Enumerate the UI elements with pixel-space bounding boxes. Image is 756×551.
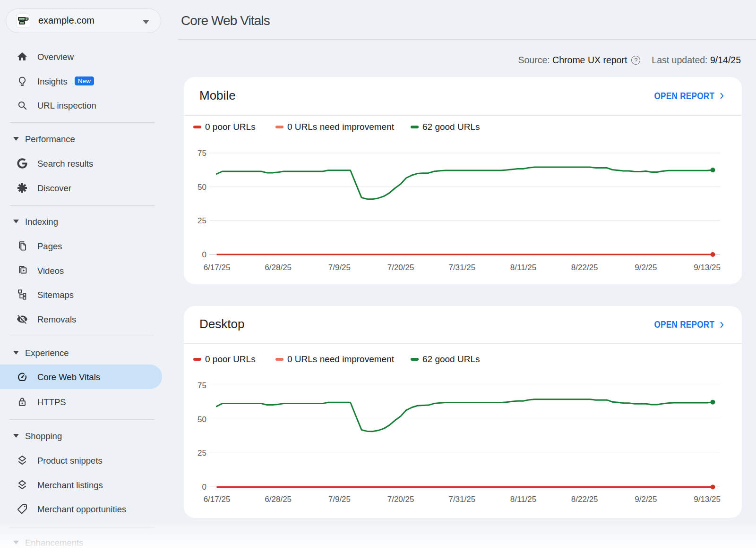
svg-text:9/13/25: 9/13/25 (694, 495, 721, 504)
svg-text:0: 0 (202, 483, 206, 492)
svg-text:7/31/25: 7/31/25 (448, 495, 475, 504)
svg-text:7/9/25: 7/9/25 (328, 263, 351, 272)
svg-text:25: 25 (198, 216, 206, 225)
svg-text:75: 75 (198, 149, 206, 158)
svg-text:8/22/25: 8/22/25 (571, 263, 598, 272)
svg-text:6/17/25: 6/17/25 (204, 495, 231, 504)
svg-text:0: 0 (202, 250, 206, 259)
svg-text:8/11/25: 8/11/25 (510, 263, 536, 272)
svg-text:25: 25 (198, 449, 206, 458)
svg-text:8/11/25: 8/11/25 (510, 495, 536, 504)
svg-text:50: 50 (198, 183, 206, 192)
svg-text:6/17/25: 6/17/25 (204, 263, 231, 272)
svg-text:50: 50 (198, 415, 206, 424)
svg-text:8/22/25: 8/22/25 (571, 495, 598, 504)
svg-text:6/28/25: 6/28/25 (265, 495, 292, 504)
svg-text:6/28/25: 6/28/25 (265, 263, 292, 272)
svg-text:9/2/25: 9/2/25 (635, 495, 657, 504)
svg-text:7/20/25: 7/20/25 (387, 495, 414, 504)
svg-text:7/20/25: 7/20/25 (387, 263, 414, 272)
svg-text:7/31/25: 7/31/25 (448, 263, 475, 272)
svg-text:7/9/25: 7/9/25 (328, 495, 351, 504)
svg-text:9/13/25: 9/13/25 (694, 263, 721, 272)
svg-text:9/2/25: 9/2/25 (635, 263, 657, 272)
svg-text:75: 75 (198, 381, 206, 390)
